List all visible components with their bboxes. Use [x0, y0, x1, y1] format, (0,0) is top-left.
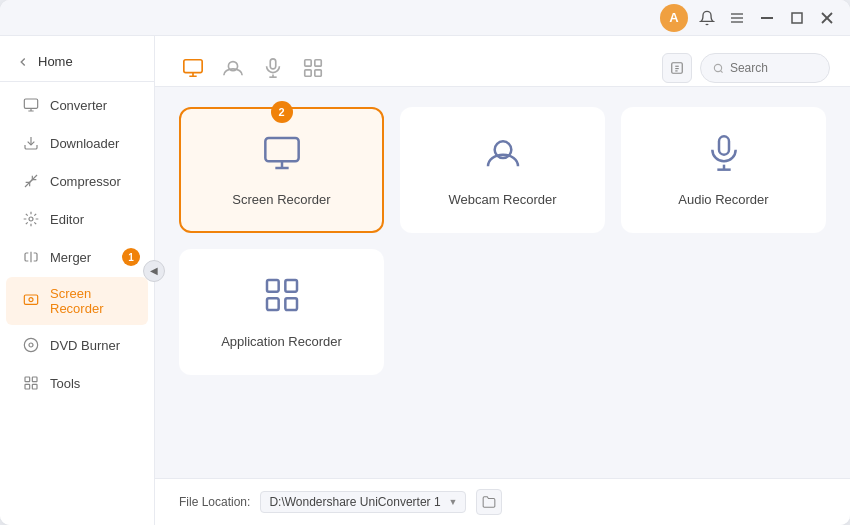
sidebar-item-label: Merger: [50, 250, 91, 265]
svg-rect-42: [719, 136, 729, 154]
card-application-recorder[interactable]: Application Recorder: [179, 249, 384, 375]
app-window: A Home: [0, 0, 850, 525]
webcam-recorder-card-label: Webcam Recorder: [448, 192, 556, 207]
svg-rect-45: [267, 280, 279, 292]
converter-icon: [22, 96, 40, 114]
sidebar-item-label: Screen Recorder: [50, 286, 132, 316]
svg-rect-20: [25, 384, 30, 389]
application-recorder-card-label: Application Recorder: [221, 334, 342, 349]
sidebar-item-label: Downloader: [50, 136, 119, 151]
svg-point-15: [24, 338, 37, 351]
file-location-label: File Location:: [179, 495, 250, 509]
titlebar: A: [0, 0, 850, 36]
sidebar-item-merger[interactable]: Merger 1: [6, 239, 148, 275]
svg-rect-28: [305, 60, 311, 66]
svg-point-16: [29, 343, 33, 347]
sidebar-item-compressor[interactable]: Compressor: [6, 163, 148, 199]
sidebar-item-downloader[interactable]: Downloader: [6, 125, 148, 161]
maximize-button[interactable]: [786, 7, 808, 29]
application-recorder-card-icon: [262, 275, 302, 324]
sidebar-item-converter[interactable]: Converter: [6, 87, 148, 123]
svg-rect-21: [184, 60, 202, 73]
svg-rect-4: [792, 13, 802, 23]
tab-grid[interactable]: [295, 50, 331, 86]
home-label: Home: [38, 54, 73, 69]
downloader-icon: [22, 134, 40, 152]
sidebar-item-label: Tools: [50, 376, 80, 391]
sidebar-item-label: Converter: [50, 98, 107, 113]
audio-recorder-card-label: Audio Recorder: [678, 192, 768, 207]
history-button[interactable]: [662, 53, 692, 83]
audio-recorder-card-icon: [704, 133, 744, 182]
dropdown-arrow-icon: ▼: [449, 497, 458, 507]
svg-line-37: [721, 70, 723, 72]
card-webcam-recorder[interactable]: Webcam Recorder: [400, 107, 605, 233]
open-folder-button[interactable]: [476, 489, 502, 515]
sidebar-item-tools[interactable]: Tools: [6, 365, 148, 401]
svg-rect-47: [285, 298, 297, 310]
content-area: 2 Screen Recorder Webcam Recorder: [155, 36, 850, 525]
card-screen-recorder[interactable]: 2 Screen Recorder: [179, 107, 384, 233]
sidebar-item-dvd-burner[interactable]: DVD Burner: [6, 327, 148, 363]
screen-recorder-badge: 2: [271, 101, 293, 123]
file-location-dropdown[interactable]: D:\Wondershare UniConverter 1 ▼: [260, 491, 466, 513]
tab-webcam[interactable]: [215, 50, 251, 86]
compressor-icon: [22, 172, 40, 190]
merger-icon: [22, 248, 40, 266]
svg-rect-46: [285, 280, 297, 292]
svg-point-14: [29, 298, 33, 302]
sidebar-collapse-button[interactable]: ◀: [143, 260, 165, 282]
user-avatar[interactable]: A: [660, 4, 688, 32]
file-location-path: D:\Wondershare UniConverter 1: [269, 495, 440, 509]
sidebar-home[interactable]: Home: [0, 46, 154, 77]
sidebar-item-label: Compressor: [50, 174, 121, 189]
svg-rect-19: [32, 384, 37, 389]
recorder-grid: 2 Screen Recorder Webcam Recorder: [155, 87, 850, 478]
tab-screen[interactable]: [175, 50, 211, 86]
notification-button[interactable]: [696, 7, 718, 29]
main-layout: Home Converter Downloader: [0, 36, 850, 525]
merger-badge: 1: [122, 248, 140, 266]
svg-point-36: [714, 64, 721, 71]
svg-rect-38: [265, 138, 298, 161]
file-location-bar: File Location: D:\Wondershare UniConvert…: [155, 478, 850, 525]
svg-rect-31: [305, 70, 311, 76]
tab-audio[interactable]: [255, 50, 291, 86]
screen-recorder-card-icon: [262, 133, 302, 182]
svg-line-10: [25, 180, 32, 187]
svg-rect-17: [25, 377, 30, 382]
minimize-button[interactable]: [756, 7, 778, 29]
card-audio-recorder[interactable]: Audio Recorder: [621, 107, 826, 233]
svg-point-11: [29, 217, 33, 221]
sidebar-item-editor[interactable]: Editor: [6, 201, 148, 237]
svg-rect-7: [24, 99, 37, 108]
sidebar-item-label: Editor: [50, 212, 84, 227]
screen-recorder-card-label: Screen Recorder: [232, 192, 330, 207]
svg-rect-29: [315, 60, 321, 66]
toolbar-tabs: [175, 50, 331, 86]
close-button[interactable]: [816, 7, 838, 29]
content-toolbar: [155, 36, 850, 87]
sidebar: Home Converter Downloader: [0, 36, 155, 525]
sidebar-item-label: DVD Burner: [50, 338, 120, 353]
sidebar-item-screen-recorder[interactable]: Screen Recorder: [6, 277, 148, 325]
toolbar-right: [662, 53, 830, 83]
svg-rect-30: [315, 70, 321, 76]
svg-rect-18: [32, 377, 37, 382]
titlebar-controls: A: [660, 4, 838, 32]
screen-recorder-icon: [22, 292, 40, 310]
svg-rect-48: [267, 298, 279, 310]
dvd-burner-icon: [22, 336, 40, 354]
editor-icon: [22, 210, 40, 228]
menu-button[interactable]: [726, 7, 748, 29]
search-box[interactable]: [700, 53, 830, 83]
tools-icon: [22, 374, 40, 392]
search-input[interactable]: [730, 61, 817, 75]
webcam-recorder-card-icon: [483, 133, 523, 182]
svg-rect-13: [24, 295, 37, 304]
svg-rect-25: [270, 59, 276, 69]
sidebar-divider: [0, 81, 154, 82]
